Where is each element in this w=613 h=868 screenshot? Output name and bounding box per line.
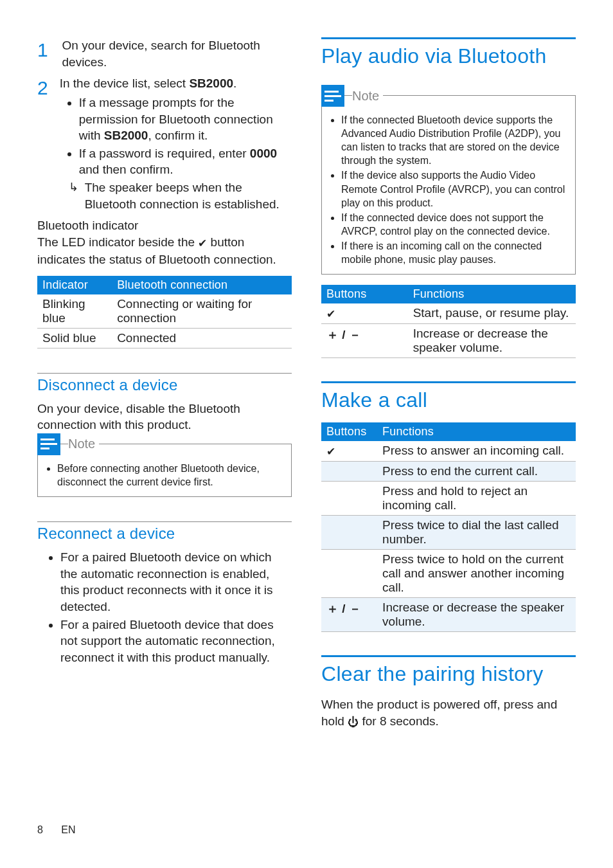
- language-code: EN: [61, 824, 75, 835]
- table-row: Solid blue Connected: [37, 328, 292, 348]
- step-text: On your device, search for Bluetooth dev…: [62, 37, 292, 70]
- result-row: ↳ The speaker beeps when the Bluetooth c…: [69, 179, 292, 212]
- note-item: If the connected device does not support…: [341, 211, 566, 238]
- table-header-row: Indicator Bluetooth connection: [37, 276, 292, 294]
- indicator-paragraph: The LED indicator beside the ✔ button in…: [37, 234, 292, 268]
- indicator-table: Indicator Bluetooth connection Blinking …: [37, 276, 292, 348]
- phone-icon: ✔: [326, 308, 335, 320]
- buttons-table: Buttons Functions ✔ Start, pause, or res…: [321, 285, 576, 358]
- clear-paragraph: When the product is powered off, press a…: [321, 696, 576, 730]
- note-item: If the device also supports the Audio Vi…: [341, 168, 566, 209]
- list-item: For a paired Bluetooth device on which t…: [60, 549, 292, 615]
- th-functions: Functions: [408, 285, 576, 303]
- clear-heading: Clear the pairing history: [321, 662, 576, 686]
- arrow-right-icon: ↳: [69, 179, 78, 212]
- phone-icon: ✔: [326, 446, 335, 458]
- section-divider: [37, 373, 292, 374]
- disconnect-paragraph: On your device, disable the Bluetooth co…: [37, 401, 292, 433]
- sub-bullet: If a password is required, enter 0000 an…: [79, 145, 292, 178]
- disconnect-heading: Disconnect a device: [37, 376, 292, 394]
- table-header-row: Buttons Functions: [321, 422, 576, 441]
- play-heading: Play audio via Bluetooth: [321, 44, 576, 68]
- table-row: Blinking blue Connecting or waiting for …: [37, 294, 292, 329]
- note-list: If the connected Bluetooth device suppor…: [341, 113, 566, 266]
- plus-minus-icon: ＋ / －: [321, 324, 408, 358]
- h1-divider: [321, 655, 576, 657]
- note-label: Note: [352, 89, 383, 104]
- note-item: If there is an incoming call on the conn…: [341, 239, 566, 266]
- step-2: 2 In the device list, select SB2000. If …: [37, 75, 292, 212]
- power-icon: ⏻: [348, 716, 359, 728]
- reconnect-heading: Reconnect a device: [37, 525, 292, 543]
- note-item: If the connected Bluetooth device suppor…: [341, 113, 566, 167]
- page-number: 8: [37, 824, 43, 835]
- table-row: Press twice to dial the last called numb…: [321, 516, 576, 550]
- step-number: 2: [37, 75, 48, 212]
- note-item: Before connecting another Bluetooth devi…: [57, 462, 282, 489]
- note-list: Before connecting another Bluetooth devi…: [57, 462, 282, 489]
- th-indicator: Indicator: [37, 276, 112, 294]
- h1-divider: [321, 381, 576, 383]
- note-icon: [37, 433, 60, 455]
- table-header-row: Buttons Functions: [321, 285, 576, 303]
- reconnect-list: For a paired Bluetooth device on which t…: [60, 549, 292, 665]
- table-row: Press and hold to reject an incoming cal…: [321, 482, 576, 516]
- th-connection: Bluetooth connection: [112, 276, 292, 294]
- result-text: The speaker beeps when the Bluetooth con…: [85, 179, 292, 212]
- note-box: Note Before connecting another Bluetooth…: [37, 444, 292, 497]
- right-column: Play audio via Bluetooth Note If the con…: [321, 37, 576, 730]
- section-divider: [37, 521, 292, 522]
- table-row: Press twice to hold on the current call …: [321, 550, 576, 598]
- table-row: Press to end the current call.: [321, 462, 576, 482]
- plus-minus-icon: ＋ / －: [321, 598, 377, 632]
- note-label: Note: [68, 437, 99, 451]
- list-item: For a paired Bluetooth device that does …: [60, 617, 292, 666]
- table-row: ✔ Start, pause, or resume play.: [321, 303, 576, 324]
- step-1: 1 On your device, search for Bluetooth d…: [37, 37, 292, 70]
- note-icon: [321, 85, 344, 107]
- left-column: 1 On your device, search for Bluetooth d…: [37, 37, 292, 730]
- indicator-heading: Bluetooth indicator: [37, 217, 292, 234]
- th-buttons: Buttons: [321, 285, 408, 303]
- sub-bullets: If a message prompts for the permission …: [79, 95, 292, 178]
- table-row: ✔ Press to answer an incoming call.: [321, 441, 576, 462]
- th-buttons: Buttons: [321, 422, 377, 441]
- step-text: In the device list, select SB2000.: [60, 75, 292, 92]
- sub-bullet: If a message prompts for the permission …: [79, 95, 292, 144]
- numbered-steps: 1 On your device, search for Bluetooth d…: [37, 37, 292, 212]
- page-footer: 8 EN: [37, 824, 76, 836]
- table-row: ＋ / － Increase or decrease the speaker v…: [321, 324, 576, 358]
- th-functions: Functions: [377, 422, 576, 441]
- note-box: Note If the connected Bluetooth device s…: [321, 95, 576, 275]
- h1-divider: [321, 37, 576, 39]
- table-row: ＋ / － Increase or decrease the speaker v…: [321, 598, 576, 632]
- phone-icon: ✔: [198, 237, 207, 249]
- call-table: Buttons Functions ✔ Press to answer an i…: [321, 422, 576, 632]
- call-heading: Make a call: [321, 388, 576, 412]
- step-number: 1: [37, 37, 51, 70]
- two-column-layout: 1 On your device, search for Bluetooth d…: [37, 37, 576, 730]
